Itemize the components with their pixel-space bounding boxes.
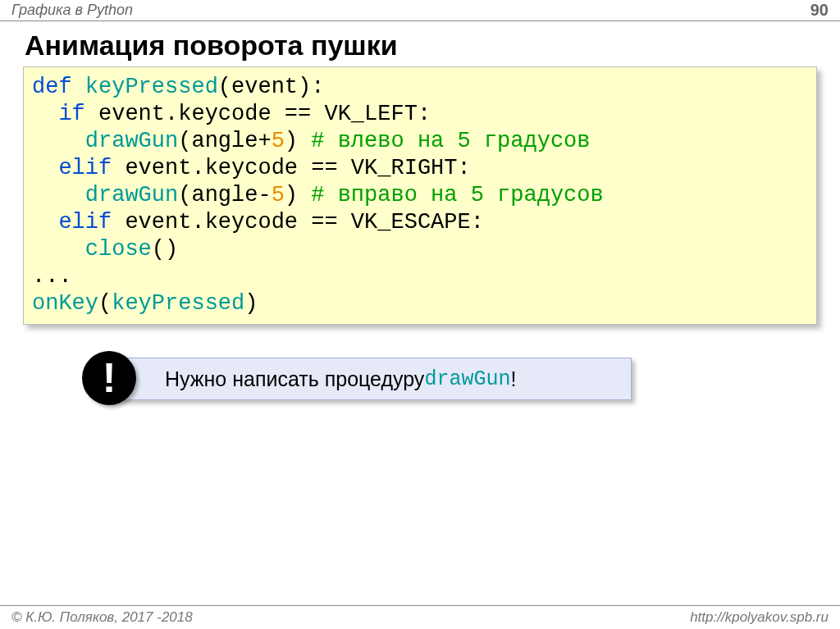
code-func-call: drawGun [85, 129, 178, 153]
slide-title: Анимация поворота пушки [0, 21, 840, 66]
code-text: (event): [218, 75, 325, 99]
note-text-after: ! [510, 367, 516, 391]
code-arg: keyPressed [112, 291, 244, 316]
code-text: event.keycode == VK_ESCAPE: [112, 210, 484, 235]
code-keyword: elif [58, 210, 112, 235]
footer-bar: © К.Ю. Поляков, 2017 -2018 http://kpolya… [0, 605, 840, 629]
code-number: 5 [272, 183, 285, 207]
page-number: 90 [810, 1, 829, 20]
code-text: ( [98, 291, 112, 316]
exclamation-icon: ! [82, 351, 136, 405]
footer-url: http://kpolyakov.spb.ru [690, 609, 829, 626]
code-text: ) [285, 129, 311, 153]
note-text: Нужно написать процедуру [165, 367, 424, 391]
code-text: event.keycode == VK_LEFT: [85, 102, 431, 126]
code-comment: # вправо на 5 градусов [311, 183, 603, 207]
code-func-call: onKey [32, 291, 98, 316]
header-bar: Графика в Python 90 [0, 0, 840, 21]
footer-copyright: © К.Ю. Поляков, 2017 -2018 [11, 609, 193, 626]
note-block: Нужно написать процедуру drawGun! ! [107, 358, 632, 400]
code-func-name: keyPressed [85, 75, 218, 99]
code-text: () [152, 237, 178, 262]
code-text: ) [244, 291, 258, 316]
code-keyword: elif [58, 156, 112, 180]
code-func-call: close [85, 237, 152, 262]
code-block: def keyPressed(event): if event.keycode … [23, 66, 817, 325]
code-keyword: def [32, 75, 72, 99]
code-number: 5 [272, 129, 285, 153]
code-text: (angle- [178, 183, 271, 207]
note-bar: Нужно написать процедуру drawGun! [107, 358, 632, 400]
code-comment: # влево на 5 градусов [311, 129, 590, 153]
code-text: event.keycode == VK_RIGHT: [112, 156, 470, 180]
code-text: (angle+ [178, 129, 271, 153]
code-ellipsis: ... [32, 264, 72, 289]
note-proc-name: drawGun [424, 367, 510, 391]
code-text: ) [285, 183, 311, 207]
header-topic: Графика в Python [11, 2, 133, 19]
slide: Графика в Python 90 Анимация поворота пу… [0, 0, 840, 629]
code-keyword: if [58, 102, 84, 126]
code-func-call: drawGun [85, 183, 178, 207]
